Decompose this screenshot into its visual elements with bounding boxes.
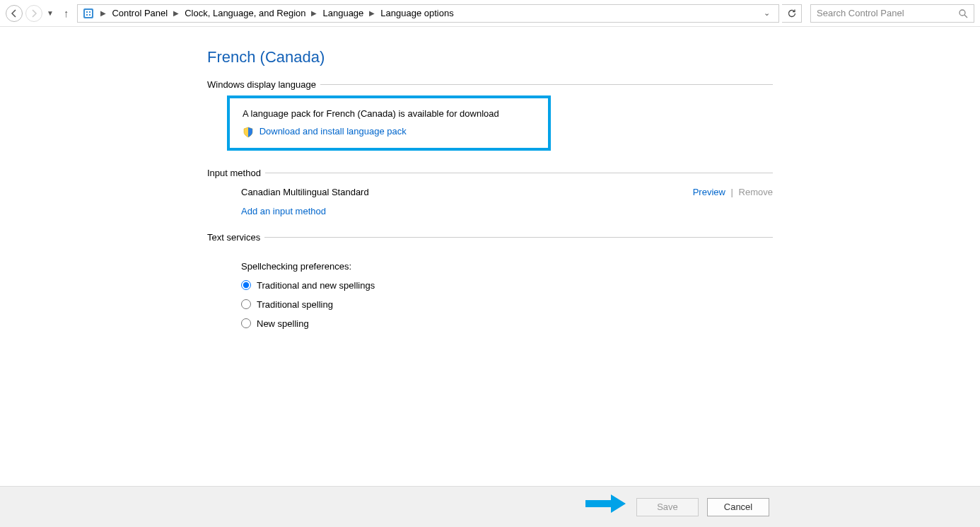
breadcrumb-separator: ▶ xyxy=(308,9,320,17)
section-label-text: Input method xyxy=(207,168,261,178)
topbar: ▼ ↑ ▶ Control Panel ▶ Clock, Language, a… xyxy=(0,0,980,27)
section-text-services: Text services xyxy=(207,232,773,243)
refresh-button[interactable] xyxy=(782,4,802,23)
recent-dropdown[interactable]: ▼ xyxy=(45,9,55,17)
add-input-method-link[interactable]: Add an input method xyxy=(241,206,326,216)
address-dropdown[interactable]: ⌄ xyxy=(759,8,774,18)
svg-rect-1 xyxy=(85,10,92,17)
input-method-row: Canadian Multilingual Standard Preview |… xyxy=(241,187,773,197)
breadcrumb-item[interactable]: Clock, Language, and Region xyxy=(185,8,305,18)
breadcrumb-separator: ▶ xyxy=(170,9,182,17)
section-display-language: Windows display language xyxy=(207,79,773,90)
up-button[interactable]: ↑ xyxy=(58,7,75,19)
breadcrumb-item[interactable]: Language xyxy=(322,8,363,18)
arrow-right-icon xyxy=(30,9,38,18)
svg-rect-4 xyxy=(86,14,88,16)
annotation-arrow-icon xyxy=(585,494,626,516)
page-title: French (Canada) xyxy=(207,48,773,66)
content: French (Canada) Windows display language… xyxy=(207,27,773,329)
svg-point-6 xyxy=(959,10,965,16)
search-icon xyxy=(958,8,968,21)
preview-link[interactable]: Preview xyxy=(693,187,725,197)
radio-new[interactable] xyxy=(241,318,251,328)
back-button[interactable] xyxy=(6,5,23,22)
svg-line-7 xyxy=(964,15,967,18)
spell-option-2[interactable]: New spelling xyxy=(241,318,773,329)
spellchecking-label: Spellchecking preferences: xyxy=(241,261,773,272)
arrow-left-icon xyxy=(10,9,18,18)
radio-traditional-new[interactable] xyxy=(241,280,251,290)
separator: | xyxy=(731,187,733,197)
address-bar[interactable]: ▶ Control Panel ▶ Clock, Language, and R… xyxy=(77,4,779,23)
breadcrumb-item[interactable]: Control Panel xyxy=(112,8,168,18)
svg-rect-5 xyxy=(89,14,91,16)
section-label-text: Windows display language xyxy=(207,79,316,90)
language-pack-message: A language pack for French (Canada) is a… xyxy=(243,108,535,119)
remove-link: Remove xyxy=(739,187,773,197)
language-pack-highlight: A language pack for French (Canada) is a… xyxy=(227,95,551,151)
breadcrumb-separator: ▶ xyxy=(366,9,378,17)
bottom-bar: Save Cancel xyxy=(0,486,980,527)
svg-rect-2 xyxy=(86,11,88,13)
cancel-button[interactable]: Cancel xyxy=(707,498,769,516)
radio-traditional[interactable] xyxy=(241,299,251,309)
download-language-pack-row: Download and install language pack xyxy=(243,126,535,138)
download-language-pack-link[interactable]: Download and install language pack xyxy=(259,126,407,137)
forward-button[interactable] xyxy=(25,5,42,22)
add-input-method-row: Add an input method xyxy=(241,206,773,216)
save-button[interactable]: Save xyxy=(636,498,699,516)
radio-label: New spelling xyxy=(257,318,309,329)
section-input-method: Input method xyxy=(207,168,773,178)
search-input[interactable] xyxy=(817,8,968,18)
spell-option-0[interactable]: Traditional and new spellings xyxy=(241,280,773,291)
search-box[interactable] xyxy=(810,4,974,23)
input-method-name: Canadian Multilingual Standard xyxy=(241,187,693,197)
section-label-text: Text services xyxy=(207,232,260,243)
refresh-icon xyxy=(787,8,797,18)
radio-label: Traditional spelling xyxy=(257,299,333,310)
input-method-actions: Preview | Remove xyxy=(693,187,773,197)
svg-marker-8 xyxy=(585,494,626,513)
control-panel-icon xyxy=(82,7,95,20)
breadcrumb-separator: ▶ xyxy=(98,9,109,17)
spell-option-1[interactable]: Traditional spelling xyxy=(241,299,773,310)
radio-label: Traditional and new spellings xyxy=(257,280,375,291)
svg-rect-3 xyxy=(89,11,91,13)
breadcrumb-item[interactable]: Language options xyxy=(380,8,453,18)
shield-icon xyxy=(243,127,254,138)
